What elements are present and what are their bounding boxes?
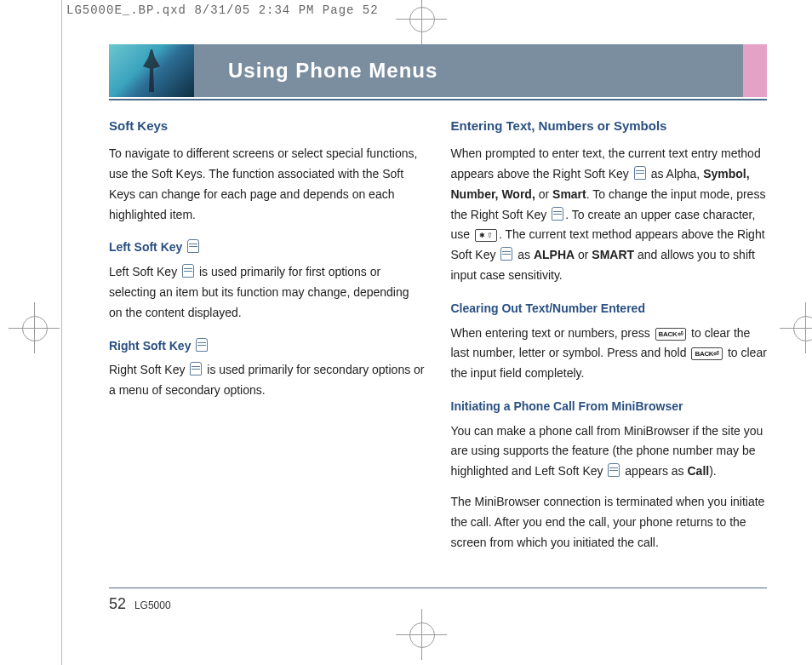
page-title: Using Phone Menus — [228, 59, 437, 83]
right-column: Entering Text, Numbers or Symbols When p… — [451, 116, 768, 563]
footer-rule — [109, 588, 767, 588]
softkey-icon — [182, 264, 194, 278]
para-clearing-text: When entering text or numbers, press BAC… — [451, 324, 768, 384]
para-minibrowser-call-1: You can make a phone call from MiniBrows… — [451, 421, 768, 482]
softkey-icon — [634, 166, 646, 180]
heading-entering-text: Entering Text, Numbers or Symbols — [451, 116, 768, 135]
back-button-icon: BACK⏎ — [655, 328, 687, 341]
heading-soft-keys: Soft Keys — [109, 116, 426, 135]
model-label: LG5000 — [134, 599, 171, 611]
heading-minibrowser-call: Initiating a Phone Call From MiniBrowser — [451, 398, 768, 416]
left-column: Soft Keys To navigate to different scree… — [109, 116, 426, 563]
heading-clearing-text: Clearing Out Text/Number Entered — [451, 300, 768, 318]
header-accent — [743, 44, 767, 97]
content-area: Soft Keys To navigate to different scree… — [109, 116, 767, 563]
softkey-icon — [552, 207, 563, 221]
page-number: 52 — [109, 595, 126, 612]
softkey-icon — [608, 463, 620, 477]
header-image — [109, 44, 194, 97]
heading-left-soft-key: Left Soft Key — [109, 238, 426, 257]
header-rule — [109, 99, 767, 100]
para-left-soft-key: Left Soft Key is used primarily for firs… — [109, 262, 426, 323]
para-right-soft-key: Right Soft Key is used primarily for sec… — [109, 360, 426, 401]
softkey-icon — [187, 239, 199, 253]
heading-right-soft-key: Right Soft Key — [109, 337, 426, 356]
footer: 52 LG5000 — [109, 588, 767, 613]
back-button-icon: BACK⏎ — [691, 347, 723, 360]
softkey-icon — [196, 338, 208, 352]
para-soft-keys: To navigate to different screens or sele… — [109, 144, 426, 225]
header-title-wrap: Using Phone Menus — [194, 44, 743, 97]
para-entering-text: When prompted to enter text, the current… — [451, 144, 768, 286]
star-shift-icon: ✱ ⇧ — [475, 229, 497, 242]
softkey-icon — [500, 247, 512, 261]
page-rule — [61, 0, 62, 665]
softkey-icon — [190, 362, 202, 375]
crop-info-text: LG5000E_.BP.qxd 8/31/05 2:34 PM Page 52 — [66, 3, 379, 17]
para-minibrowser-call-2: The MiniBrowser connection is terminated… — [451, 492, 768, 553]
header-bar: Using Phone Menus — [109, 44, 767, 97]
